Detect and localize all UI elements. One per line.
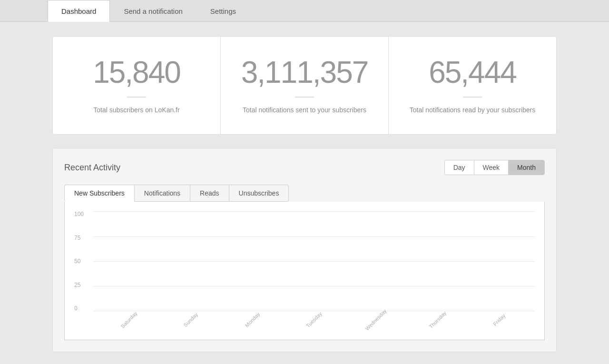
stat-number-total-notifications: 3,111,357 xyxy=(235,56,374,89)
stats-row: 15,840 Total subscribers on LoKan.fr 3,1… xyxy=(52,36,557,135)
data-tab-new-subscribers[interactable]: New Subscribers xyxy=(64,185,135,202)
stat-number-total-subscribers: 15,840 xyxy=(67,56,206,89)
nav-tab-settings[interactable]: Settings xyxy=(196,0,250,22)
x-label-monday: Monday xyxy=(221,315,283,324)
nav-tab-send-notification[interactable]: Send a notification xyxy=(110,0,196,22)
activity-header: Recent Activity DayWeekMonth xyxy=(64,160,545,175)
stat-card-total-notifications: 3,111,357 Total notifications sent to yo… xyxy=(221,37,389,134)
x-label-text: Saturday xyxy=(119,311,138,330)
x-label-text: Monday xyxy=(244,311,261,328)
data-tab-notifications[interactable]: Notifications xyxy=(134,185,190,202)
stat-label-total-notifications: Total notifications sent to your subscri… xyxy=(235,105,374,115)
x-label-friday: Friday xyxy=(468,315,530,324)
x-label-wednesday: Wednesday xyxy=(345,315,407,324)
stat-divider xyxy=(127,97,146,98)
stat-divider xyxy=(463,97,482,98)
x-labels: SaturdaySundayMondayTuesdayWednesdayThur… xyxy=(93,311,535,335)
y-label: 50 xyxy=(74,258,84,264)
chart-area: 0255075100 SaturdaySundayMondayTuesdayWe… xyxy=(64,202,545,340)
period-btn-day[interactable]: Day xyxy=(444,160,474,175)
x-label-text: Friday xyxy=(492,313,506,327)
x-label-thursday: Thursday xyxy=(407,315,469,324)
activity-panel: Recent Activity DayWeekMonth New Subscri… xyxy=(52,148,557,352)
bars-row xyxy=(93,211,535,311)
x-label-text: Tuesday xyxy=(305,311,323,329)
stat-number-total-reads: 65,444 xyxy=(403,56,542,89)
y-label: 25 xyxy=(74,282,84,288)
x-label-text: Wednesday xyxy=(364,308,387,332)
activity-title: Recent Activity xyxy=(64,163,120,173)
period-btn-week[interactable]: Week xyxy=(474,160,509,175)
data-tab-unsubscribes[interactable]: Unsubscribes xyxy=(229,185,289,202)
stat-label-total-reads: Total notifications read by your subscri… xyxy=(403,105,542,115)
y-label: 75 xyxy=(74,235,84,241)
y-axis: 0255075100 xyxy=(74,211,84,311)
stat-label-total-subscribers: Total subscribers on LoKan.fr xyxy=(67,105,206,115)
chart-container: 0255075100 SaturdaySundayMondayTuesdayWe… xyxy=(74,211,535,335)
data-tabs: New SubscribersNotificationsReadsUnsubsc… xyxy=(64,185,545,202)
x-label-saturday: Saturday xyxy=(98,315,160,324)
data-tab-reads[interactable]: Reads xyxy=(190,185,229,202)
x-label-text: Thursday xyxy=(428,310,447,330)
y-label: 100 xyxy=(74,211,84,217)
y-label: 0 xyxy=(74,305,84,311)
stat-card-total-reads: 65,444 Total notifications read by your … xyxy=(389,37,556,134)
x-label-sunday: Sunday xyxy=(160,315,222,324)
nav-bar: DashboardSend a notificationSettings xyxy=(0,0,609,22)
stat-divider xyxy=(295,97,314,98)
main-content: 15,840 Total subscribers on LoKan.fr 3,1… xyxy=(43,22,566,364)
nav-tab-dashboard[interactable]: Dashboard xyxy=(48,0,110,22)
x-label-text: Sunday xyxy=(182,312,199,328)
stat-card-total-subscribers: 15,840 Total subscribers on LoKan.fr xyxy=(53,37,221,134)
x-label-tuesday: Tuesday xyxy=(283,315,345,324)
period-btn-month[interactable]: Month xyxy=(508,160,545,175)
period-buttons: DayWeekMonth xyxy=(444,160,545,175)
